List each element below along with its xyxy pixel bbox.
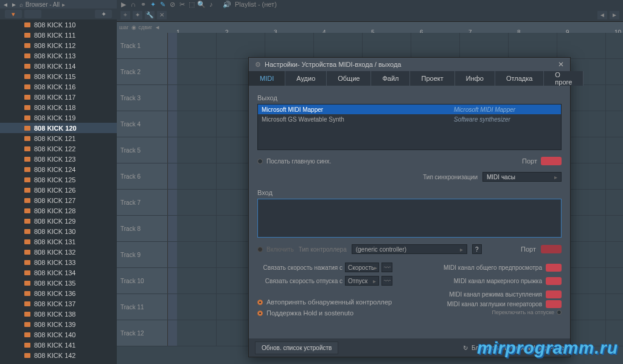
browser-item[interactable]: 808 KICK 131 <box>0 236 117 247</box>
browser-item[interactable]: 808 KICK 129 <box>0 216 117 226</box>
midi-output-row[interactable]: Microsoft MIDI MapperMicrosoft MIDI Mapp… <box>258 105 561 114</box>
midi-perform-switch[interactable] <box>546 290 562 298</box>
browser-item[interactable]: 808 KICK 123 <box>0 154 117 164</box>
browser-item[interactable]: 808 KICK 133 <box>0 257 117 267</box>
browser-item[interactable]: 808 KICK 126 <box>0 185 117 195</box>
magnet-icon[interactable]: ∩ <box>129 1 137 8</box>
input-port-switch[interactable] <box>541 245 562 253</box>
browser-item[interactable]: 808 KICK 118 <box>0 102 117 112</box>
toolbar-btn-3[interactable]: ✦ <box>95 10 112 18</box>
back-icon[interactable]: ◄ <box>2 1 9 8</box>
close-icon[interactable]: ✕ <box>558 60 564 69</box>
mute-icon[interactable]: ⊘ <box>168 1 176 8</box>
browser-item[interactable]: 808 KICK 110 <box>0 19 117 30</box>
track-label[interactable]: Track 7 <box>117 190 168 215</box>
browser-item[interactable]: 808 KICK 119 <box>0 112 117 123</box>
track-label[interactable]: Track 4 <box>117 111 168 137</box>
browser-item[interactable]: 808 KICK 111 <box>0 30 117 40</box>
track-label[interactable]: Track 11 <box>117 294 168 320</box>
dialog-tab-midi[interactable]: MIDI <box>249 71 285 86</box>
block-news[interactable]: ↻ Блокировать новости Image-Line <box>463 345 564 351</box>
toolbar-btn-1[interactable]: ▾ <box>5 10 22 18</box>
browser-item[interactable]: 808 KICK 141 <box>0 340 117 350</box>
browser-item[interactable]: 808 KICK 114 <box>0 61 117 71</box>
enable-input[interactable]: Включить <box>257 246 294 253</box>
speaker-icon[interactable]: 🔊 <box>223 1 231 8</box>
link-icon[interactable]: ⚭ <box>139 1 147 8</box>
search-icon[interactable]: ⌕ <box>19 1 23 8</box>
track-content[interactable] <box>168 33 623 58</box>
refresh-devices-button[interactable]: Обнов. список устройств <box>255 342 338 354</box>
track-label[interactable]: Track 10 <box>117 268 168 294</box>
controller-type-select[interactable]: (generic controller) ▸ <box>352 244 467 254</box>
browser-item[interactable]: 808 KICK 112 <box>0 40 117 50</box>
help-button[interactable]: ? <box>472 244 482 254</box>
browser-item[interactable]: 808 KICK 116 <box>0 81 117 92</box>
tool-add[interactable]: + <box>120 11 130 19</box>
cursor-icon[interactable]: ✦ <box>148 1 157 8</box>
track-label[interactable]: Track 9 <box>117 242 168 267</box>
midi-marker-switch[interactable] <box>546 277 562 285</box>
tool-left[interactable]: ◄ <box>597 11 607 19</box>
track-label[interactable]: Track 5 <box>117 137 168 163</box>
link-curve-icon[interactable]: 〰 <box>381 263 392 272</box>
browser-item[interactable]: 808 KICK 121 <box>0 133 117 143</box>
toolbar-btn-2[interactable] <box>24 10 41 18</box>
track-label[interactable]: Track 8 <box>117 216 168 241</box>
browser-item[interactable]: 808 KICK 125 <box>0 174 117 185</box>
timeline-ruler[interactable]: шаг ◉ сдвиг ◄ 12345678910 <box>117 22 623 33</box>
track-label[interactable]: Track 2 <box>117 59 168 84</box>
browser-item[interactable]: 808 KICK 136 <box>0 288 117 298</box>
draw-icon[interactable]: ✎ <box>158 1 167 8</box>
forward-icon[interactable]: ► <box>11 1 17 8</box>
input-device-list[interactable] <box>257 199 562 238</box>
browser-item[interactable]: 808 KICK 128 <box>0 205 117 216</box>
browser-item[interactable]: 808 KICK 127 <box>0 195 117 205</box>
link-press-select[interactable]: Скорость▸ <box>345 263 379 272</box>
tool-wand[interactable]: ✦ <box>133 11 142 19</box>
browser-list[interactable]: 808 KICK 110808 KICK 111808 KICK 112808 … <box>0 19 117 364</box>
track-label[interactable]: Track 12 <box>117 320 168 346</box>
browser-item[interactable]: 808 KICK 132 <box>0 247 117 257</box>
dialog-tab-общие[interactable]: Общие <box>327 71 371 86</box>
tool-wrench[interactable]: 🔧 <box>145 11 155 19</box>
hold-sostenuto[interactable]: Поддержка Hold и sostenuto <box>257 308 392 318</box>
browser-item[interactable]: 808 KICK 135 <box>0 278 117 288</box>
zoom-icon[interactable]: 🔍 <box>197 1 206 8</box>
dialog-tab-файл[interactable]: Файл <box>371 71 410 86</box>
scrub-icon[interactable]: ♪ <box>207 1 215 8</box>
toggle-release-radio[interactable] <box>557 310 562 315</box>
browser-item[interactable]: 808 KICK 138 <box>0 309 117 319</box>
output-device-list[interactable]: Microsoft MIDI MapperMicrosoft MIDI Mapp… <box>257 104 562 150</box>
link-curve-icon[interactable]: 〰 <box>381 276 392 286</box>
ruler-shift[interactable]: сдвиг <box>139 24 153 30</box>
browser-item[interactable]: 808 KICK 120 <box>0 123 117 133</box>
midi-preview-switch[interactable] <box>546 264 562 272</box>
track-label[interactable]: Track 1 <box>117 33 168 58</box>
dialog-tab-отладка[interactable]: Отладка <box>495 71 544 86</box>
midi-mute-switch[interactable] <box>546 300 562 308</box>
dialog-tab-инфо[interactable]: Инфо <box>455 71 495 86</box>
browser-item[interactable]: 808 KICK 117 <box>0 92 117 102</box>
tool-right[interactable]: ► <box>610 11 619 19</box>
browser-item[interactable]: 808 KICK 113 <box>0 50 117 61</box>
link-release-select[interactable]: Отпуск▸ <box>345 276 379 286</box>
track-row[interactable]: Track 1 <box>117 33 623 59</box>
send-master-sync[interactable]: Послать главную синх. <box>257 158 331 165</box>
sync-type-select[interactable]: MIDI часы ▸ <box>482 172 562 182</box>
browser-item[interactable]: 808 KICK 134 <box>0 267 117 278</box>
browser-item[interactable]: 808 KICK 139 <box>0 319 117 329</box>
dialog-tab-о проге[interactable]: О проге <box>544 71 583 86</box>
browser-item[interactable]: 808 KICK 137 <box>0 298 117 309</box>
browser-item[interactable]: 808 KICK 124 <box>0 164 117 174</box>
browser-item[interactable]: 808 KICK 140 <box>0 329 117 340</box>
dialog-tab-аудио[interactable]: Аудио <box>285 71 327 86</box>
select-icon[interactable]: ⬚ <box>187 1 196 8</box>
ruler-step[interactable]: шаг <box>119 24 129 30</box>
dialog-tab-проект[interactable]: Проект <box>410 71 454 86</box>
auto-accept[interactable]: Автопринять обнаруженный контроллер <box>257 297 392 307</box>
track-label[interactable]: Track 6 <box>117 163 168 189</box>
browser-item[interactable]: 808 KICK 130 <box>0 226 117 236</box>
browser-item[interactable]: 808 KICK 122 <box>0 143 117 154</box>
tool-cross[interactable]: ✕ <box>157 11 167 19</box>
